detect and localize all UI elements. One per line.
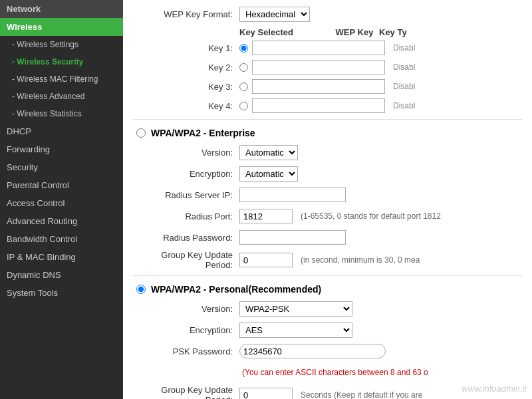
enterprise-version-label: Version: — [133, 148, 239, 158]
wep-key-row-1: Key 1: Disabl — [133, 40, 522, 56]
enterprise-version-row: Version: AutomaticWPAWPA2 — [133, 144, 522, 161]
group-key-update-personal-input[interactable] — [239, 388, 293, 399]
sidebar-item-advanced-routing[interactable]: Advanced Routing — [0, 212, 123, 230]
group-key-update-personal-hint: Seconds (Keep it default if you are — [301, 390, 422, 399]
wep-key-radio-4[interactable] — [239, 102, 248, 110]
wpa-personal-label: WPA/WPA2 - Personal(Recommended) — [151, 284, 321, 295]
sidebar-item-parental-control[interactable]: Parental Control — [0, 176, 123, 194]
sidebar-item-wireless-settings[interactable]: - Wireless Settings — [0, 36, 123, 53]
radius-server-ip-row: Radius Server IP: — [133, 186, 522, 203]
wep-header-row: Key Selected WEP Key Key Ty — [133, 27, 522, 37]
main-content: WEP Key Format: Hexadecimal ASCII Key Se… — [123, 0, 532, 399]
wep-key-row-4: Key 4: Disabl — [133, 98, 522, 114]
wep-keys-container: Key 1: Disabl Key 2: Disabl Key 3: Disab… — [133, 40, 522, 114]
wep-key-input-1[interactable] — [252, 41, 385, 55]
psk-password-row: PSK Password: — [133, 342, 522, 360]
radius-port-input[interactable] — [239, 209, 293, 223]
wep-key-label-2: Key 2: — [133, 63, 239, 72]
sidebar-item-dynamic-dns[interactable]: Dynamic DNS — [0, 266, 123, 284]
wpa-enterprise-label: WPA/WPA2 - Enterprise — [151, 128, 255, 138]
wep-key-format-field: Hexadecimal ASCII — [239, 7, 310, 22]
personal-encryption-label: Encryption: — [133, 325, 239, 335]
enterprise-version-select[interactable]: AutomaticWPAWPA2 — [239, 145, 298, 160]
psk-hint-row: (You can enter ASCII characters between … — [133, 364, 522, 381]
wep-key-format-select[interactable]: Hexadecimal ASCII — [239, 7, 310, 22]
sidebar-item-wireless-security[interactable]: - Wireless Security — [0, 53, 123, 70]
wep-key-radio-1[interactable] — [239, 44, 248, 53]
sidebar-item-wireless-mac-filtering[interactable]: - Wireless MAC Filtering — [0, 70, 123, 88]
wep-key-label-4: Key 4: — [133, 101, 239, 111]
wpa-personal-section-title: WPA/WPA2 - Personal(Recommended) — [133, 284, 522, 295]
wep-key-type-3: Disabl — [393, 82, 415, 91]
key-selected-label: Key Selected — [239, 27, 293, 37]
sidebar-item-access-control[interactable]: Access Control — [0, 194, 123, 212]
wep-key-type-1: Disabl — [393, 43, 415, 53]
sidebar-item-wireless-statistics[interactable]: - Wireless Statistics — [0, 105, 123, 122]
sidebar-item-ip-mac-binding[interactable]: IP & MAC Binding — [0, 248, 123, 266]
psk-hint-text: (You can enter ASCII characters between … — [242, 368, 428, 377]
wep-key-label-1: Key 1: — [133, 43, 239, 53]
wep-key-type-2: Disabl — [393, 63, 415, 72]
sidebar-item-bandwidth-control[interactable]: Bandwidth Control — [0, 230, 123, 248]
wep-key-radio-3[interactable] — [239, 82, 248, 91]
group-key-update-enterprise-label: Group Key Update Period: — [133, 250, 239, 270]
sidebar-item-wireless[interactable]: Wireless — [0, 18, 123, 36]
wpa-enterprise-section-title: WPA/WPA2 - Enterprise — [133, 128, 522, 138]
wep-key-label: WEP Key — [336, 27, 374, 37]
radius-port-row: Radius Port: (1-65535, 0 stands for defa… — [133, 207, 522, 225]
sidebar-item-security[interactable]: Security — [0, 158, 123, 176]
group-key-update-personal-label: Group Key Update Period: — [133, 385, 239, 399]
group-key-update-enterprise-hint: (in second, minimum is 30, 0 mea — [301, 255, 420, 265]
wpa-enterprise-radio[interactable] — [136, 128, 146, 138]
radius-password-input[interactable] — [239, 230, 346, 245]
personal-encryption-select[interactable]: AESTKIPAutomatic — [239, 323, 352, 338]
watermark: www.infoadmin.lt — [462, 384, 527, 394]
wep-key-col-header: Key Selected WEP Key — [239, 27, 379, 37]
radius-server-ip-input[interactable] — [239, 188, 346, 202]
sidebar-item-network[interactable]: Network — [0, 0, 123, 18]
group-key-update-enterprise-row: Group Key Update Period: (in second, min… — [133, 250, 522, 270]
wep-key-row-3: Key 3: Disabl — [133, 78, 522, 94]
enterprise-encryption-row: Encryption: AutomaticTKIPAES — [133, 165, 522, 182]
radius-server-ip-label: Radius Server IP: — [133, 190, 239, 200]
wpa-personal-radio[interactable] — [136, 285, 146, 294]
personal-version-select[interactable]: WPA2-PSKAutomaticWPA-PSK — [239, 301, 352, 317]
sidebar-item-wireless-advanced[interactable]: - Wireless Advanced — [0, 88, 123, 105]
wep-key-radio-2[interactable] — [239, 63, 248, 72]
enterprise-encryption-select[interactable]: AutomaticTKIPAES — [239, 166, 298, 182]
radius-password-row: Radius Password: — [133, 229, 522, 246]
radius-port-label: Radius Port: — [133, 211, 239, 221]
wep-key-input-2[interactable] — [252, 60, 385, 74]
group-key-update-enterprise-input[interactable] — [239, 253, 293, 267]
sidebar-item-system-tools[interactable]: System Tools — [0, 284, 123, 302]
wep-key-type-4: Disabl — [393, 101, 415, 110]
wep-key-input-4[interactable] — [252, 98, 385, 113]
personal-encryption-row: Encryption: AESTKIPAutomatic — [133, 321, 522, 338]
wep-key-row-2: Key 2: Disabl — [133, 59, 522, 75]
enterprise-encryption-label: Encryption: — [133, 169, 239, 179]
key-type-col-header: Key Ty — [379, 27, 432, 37]
sidebar-item-forwarding[interactable]: Forwarding — [0, 140, 123, 158]
personal-version-row: Version: WPA2-PSKAutomaticWPA-PSK — [133, 300, 522, 317]
sidebar-item-dhcp[interactable]: DHCP — [0, 122, 123, 140]
sidebar: NetworkWireless- Wireless Settings- Wire… — [0, 0, 123, 399]
radius-password-label: Radius Password: — [133, 233, 239, 243]
psk-password-input[interactable] — [239, 344, 386, 358]
personal-version-label: Version: — [133, 304, 239, 314]
radius-port-hint: (1-65535, 0 stands for default port 1812 — [301, 211, 441, 221]
psk-password-label: PSK Password: — [133, 346, 239, 356]
wep-key-format-label: WEP Key Format: — [133, 9, 239, 19]
wep-key-format-row: WEP Key Format: Hexadecimal ASCII — [133, 7, 522, 22]
wep-key-label-3: Key 3: — [133, 82, 239, 92]
wep-key-input-3[interactable] — [252, 79, 385, 94]
